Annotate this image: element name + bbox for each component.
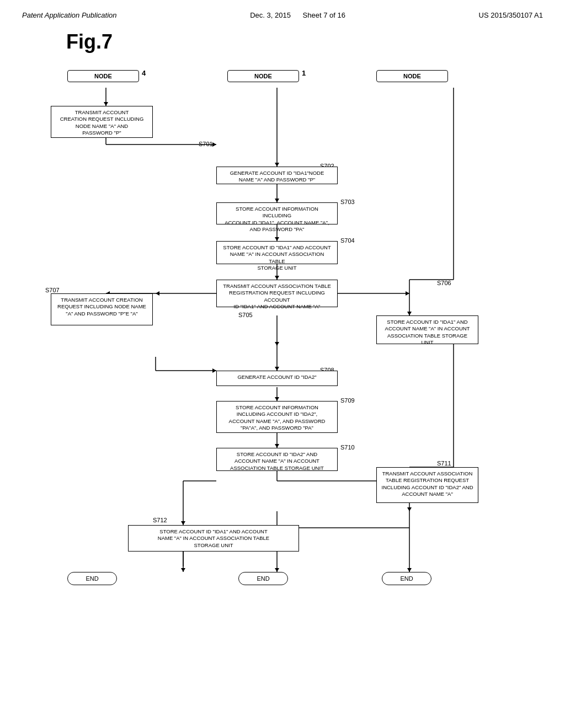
- node1-header: NODE: [227, 70, 299, 82]
- date-label: Dec. 3, 2015 Sheet 7 of 16: [250, 11, 345, 19]
- svg-marker-52: [275, 568, 279, 572]
- svg-marker-12: [275, 276, 279, 280]
- step-s709: S709: [340, 397, 355, 404]
- svg-marker-14: [406, 291, 409, 296]
- svg-marker-10: [275, 237, 279, 241]
- svg-marker-25: [212, 368, 216, 373]
- box-generate-account-id-ida1: GENERATE ACCOUNT ID "IDA1"NODE NAME "A" …: [216, 167, 338, 184]
- svg-marker-4: [212, 142, 216, 147]
- box-transmit-account-creation-node4: TRANSMIT ACCOUNT CREATION REQUEST INCLUD…: [51, 106, 153, 138]
- box-store-account-info-ida1: STORE ACCOUNT INFORMATION INCLUDING ACCO…: [216, 202, 338, 224]
- step-s703: S703: [340, 199, 355, 205]
- step-s710: S710: [340, 444, 355, 451]
- box-store-ida1-right: STORE ACCOUNT ID "IDA1" AND ACCOUNT NAME…: [376, 315, 478, 344]
- box-transmit-assoc-table-reg: TRANSMIT ACCOUNT ASSOCIATION TABLE REGIS…: [216, 280, 338, 307]
- diagram: NODE 4 NODE 1 NODE S701 TRANSMIT ACCOUNT…: [34, 65, 531, 699]
- box-store-info-ida2: STORE ACCOUNT INFORMATION INCLUDING ACCO…: [216, 401, 338, 433]
- node-right-header: NODE: [376, 70, 448, 82]
- svg-marker-8: [275, 199, 279, 202]
- svg-marker-45: [275, 342, 279, 346]
- step-s707: S707: [45, 287, 60, 293]
- publication-label: Patent Application Publication: [22, 11, 117, 19]
- svg-marker-18: [407, 312, 412, 315]
- step-s705: S705: [238, 312, 253, 318]
- page: Patent Application Publication Dec. 3, 2…: [0, 0, 565, 728]
- step-s711: S711: [437, 460, 451, 467]
- node1-number: 1: [302, 69, 306, 77]
- end-node-right: END: [382, 572, 431, 585]
- svg-marker-50: [181, 568, 185, 572]
- svg-marker-27: [275, 367, 279, 371]
- box-store-ida1-final: STORE ACCOUNT ID "IDA1" AND ACCOUNT NAME…: [128, 525, 299, 552]
- step-s704: S704: [340, 237, 355, 244]
- svg-marker-1: [104, 102, 108, 106]
- step-s706: S706: [437, 280, 451, 286]
- node4-number: 4: [142, 69, 146, 77]
- svg-marker-54: [407, 568, 412, 572]
- svg-marker-38: [407, 507, 412, 511]
- svg-marker-29: [275, 397, 279, 401]
- date: Dec. 3, 2015: [250, 11, 291, 19]
- svg-marker-42: [181, 521, 185, 525]
- box-store-ida2-assoc: STORE ACCOUNT ID "IDA2" AND ACCOUNT NAME…: [216, 448, 338, 471]
- step-s712: S712: [153, 517, 167, 523]
- svg-marker-6: [275, 163, 279, 167]
- end-node1: END: [238, 572, 288, 585]
- box-transmit-assoc-req-ida2: TRANSMIT ACCOUNT ASSOCIATION TABLE REGIS…: [376, 467, 478, 503]
- end-node4: END: [67, 572, 117, 585]
- svg-marker-20: [156, 291, 159, 296]
- node4-header: NODE: [67, 70, 139, 82]
- step-s701: S701: [199, 141, 213, 147]
- figure-title: Fig.7: [66, 30, 543, 53]
- sheet-info: Sheet 7 of 16: [303, 11, 345, 19]
- box-generate-ida2: GENERATE ACCOUNT ID "IDA2": [216, 371, 338, 386]
- page-header: Patent Application Publication Dec. 3, 2…: [22, 11, 543, 19]
- svg-marker-31: [275, 444, 279, 448]
- box-store-accountid-ida1-assoc: STORE ACCOUNT ID "IDA1" AND ACCOUNT NAME…: [216, 241, 338, 264]
- patent-number: US 2015/350107 A1: [479, 11, 543, 19]
- box-transmit-creation-req-node4-2: TRANSMIT ACCOUNT CREATION REQUEST INCLUD…: [51, 293, 153, 325]
